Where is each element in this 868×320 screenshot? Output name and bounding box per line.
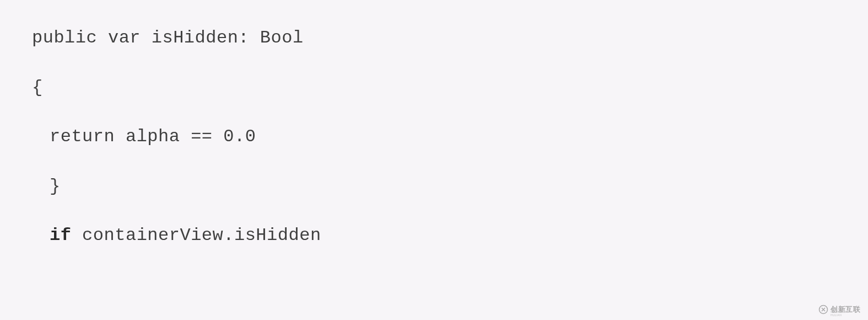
- keyword-if: if: [50, 225, 71, 246]
- code-block: public var isHidden: Bool { return alpha…: [0, 0, 868, 274]
- code-line-3: return alpha == 0.0: [32, 125, 836, 148]
- watermark-subtext: CHUANGXIN HULIAN: [831, 310, 860, 317]
- code-line-5: if containerView.isHidden: [32, 224, 836, 247]
- code-line-1: public var isHidden: Bool: [32, 26, 836, 50]
- watermark-logo-icon: [818, 305, 828, 314]
- code-line-2: {: [32, 76, 836, 99]
- code-line-5-rest: containerView.isHidden: [71, 225, 321, 246]
- code-line-4: }: [32, 175, 836, 198]
- watermark: 创新互联 CHUANGXIN HULIAN: [818, 305, 860, 314]
